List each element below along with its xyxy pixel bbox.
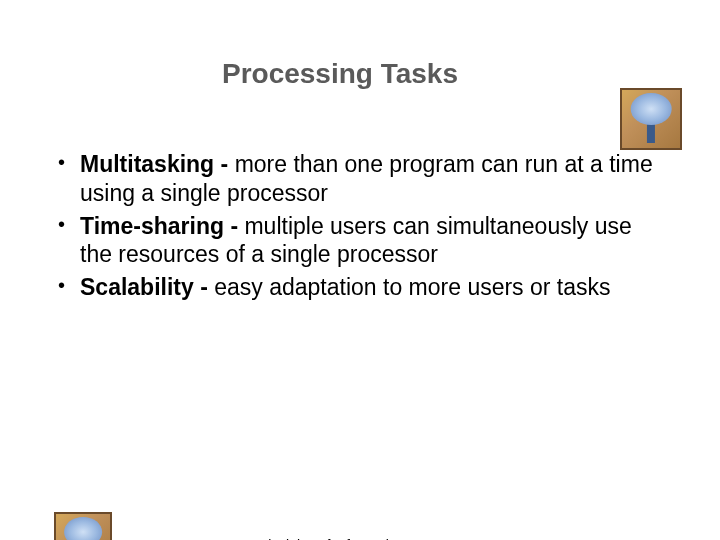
list-item: Time-sharing - multiple users can simult… xyxy=(52,212,656,270)
bullet-term: Multitasking - xyxy=(80,151,235,177)
bullet-term: Time-sharing - xyxy=(80,213,244,239)
slide-content: Multitasking - more than one program can… xyxy=(0,150,720,302)
logo-top-right xyxy=(620,88,682,150)
tree-icon xyxy=(620,88,682,150)
list-item: Scalability - easy adaptation to more us… xyxy=(52,273,656,302)
bullet-term: Scalability - xyxy=(80,274,214,300)
logo-bottom-left xyxy=(54,512,112,540)
bullet-list: Multitasking - more than one program can… xyxy=(52,150,656,302)
bullet-desc: easy adaptation to more users or tasks xyxy=(214,274,610,300)
tree-icon xyxy=(54,512,112,540)
slide-title: Processing Tasks xyxy=(0,58,720,90)
slide: Processing Tasks Multitasking - more tha… xyxy=(0,58,720,540)
list-item: Multitasking - more than one program can… xyxy=(52,150,656,208)
